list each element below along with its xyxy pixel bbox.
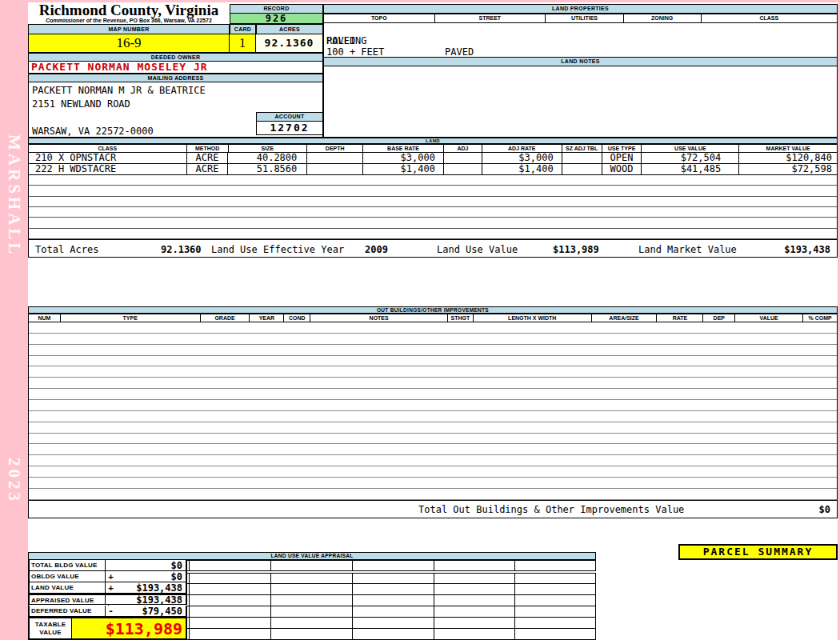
map-number-label: MAP NUMBER <box>28 24 230 34</box>
taxable-value-label: TAXABLE VALUE <box>30 618 72 638</box>
ps-op: - <box>106 606 116 616</box>
lua-cell <box>190 618 271 628</box>
ob-header-cell: NOTES <box>310 314 448 322</box>
ps-row-label: DEFERRED VALUE <box>30 606 106 616</box>
empty-row <box>29 378 837 389</box>
lua-cell <box>434 584 516 594</box>
ob-header-cell: VALUE <box>735 314 803 322</box>
account-label: ACCOUNT <box>256 112 323 122</box>
ps-op: + <box>106 582 116 593</box>
lua-cell <box>271 561 353 570</box>
empty-row <box>29 334 837 345</box>
ob-header-cell: YEAR <box>250 314 284 322</box>
ps-row-label: OBLDG VALUE <box>30 571 106 582</box>
empty-row <box>29 478 837 489</box>
parcel-summary-row: LAND VALUE +$193,438 <box>28 582 187 594</box>
land-use-value-label: Land Use Value <box>437 244 518 255</box>
map-number-value: 16-9 <box>28 34 230 53</box>
lua-cell <box>190 574 271 583</box>
account-value: 12702 <box>256 122 323 135</box>
parcel-summary-row: OBLDG VALUE +$0 <box>28 571 187 582</box>
mailing-line: PACKETT NORMAN M JR & BEATRICE <box>32 84 322 98</box>
land-cell-class: 210 X OPNSTACR <box>29 153 187 163</box>
lua-cell <box>434 561 516 570</box>
land-cell-use-value: $72,504 <box>642 153 739 163</box>
lua-cell <box>434 574 516 583</box>
lua-cell <box>190 629 271 639</box>
ob-total-label: Total Out Buildings & Other Improvements… <box>418 504 684 515</box>
land-cell-method: ACRE <box>187 164 229 174</box>
lua-cell <box>271 595 353 606</box>
land-header-cell: USE TYPE <box>602 145 642 152</box>
lua-cell <box>515 574 595 583</box>
ob-header-cell: RATE <box>657 314 703 322</box>
sidebar-year-vertical: 2023 <box>4 458 24 504</box>
land-cell-adj <box>444 153 482 163</box>
land-cell-class: 222 H WDSTACRE <box>29 164 187 174</box>
land-cell-base-rate: $3,000 <box>363 153 444 163</box>
ob-empty-rows <box>28 322 838 500</box>
lua-cell <box>515 606 595 617</box>
card-value: 1 <box>230 34 256 53</box>
land-market-value-label: Land Market Value <box>638 244 737 255</box>
lua-cell <box>190 584 271 594</box>
lua-cell <box>353 629 434 639</box>
empty-row <box>29 229 837 239</box>
land-header-cell: SIZE <box>229 145 308 152</box>
lua-cell <box>271 629 353 639</box>
empty-row <box>29 489 837 500</box>
empty-row <box>29 455 837 466</box>
sidebar-name-vertical: MARSHALL <box>4 134 24 257</box>
ob-header-cell: GRADE <box>201 314 250 322</box>
ps-amount: $79,450 <box>116 606 186 617</box>
empty-row <box>29 186 837 196</box>
parcel-summary-row: TOTAL BLDG VALUE $0 <box>28 560 187 571</box>
land-title: LAND <box>28 138 838 144</box>
land-cell-size: 40.2800 <box>228 153 307 163</box>
county-subtitle: Commissioner of the Revenue, PO Box 366,… <box>28 18 230 24</box>
mailing-address-label: MAILING ADDRESS <box>28 74 323 82</box>
empty-row <box>29 389 837 400</box>
land-cell-adj-rate: $1,400 <box>482 164 562 174</box>
land-use-appraisal-title: LAND USE VALUE APPRAISAL <box>28 552 596 560</box>
lua-cell <box>271 584 353 594</box>
ps-amount: $193,438 <box>116 582 186 594</box>
lua-cell <box>515 561 595 570</box>
land-properties-headers: TOPO STREET UTILITIES ZONING CLASS <box>323 14 838 23</box>
land-cell-method: ACRE <box>187 153 229 163</box>
page: { "county": { "title": "Richmond County,… <box>0 0 840 640</box>
lua-cell <box>353 574 434 583</box>
effective-year-value: 2009 <box>365 244 388 255</box>
total-acres-label: Total Acres <box>35 244 98 255</box>
land-cell-sz-adj <box>562 164 602 174</box>
land-cell-market-value: $72,598 <box>739 164 837 174</box>
empty-row <box>29 175 837 186</box>
land-cell-use-value: $41,485 <box>642 164 739 174</box>
land-properties-header-cell: STREET <box>435 14 546 22</box>
land-properties-header-cell: UTILITIES <box>546 14 624 22</box>
empty-row <box>29 218 837 228</box>
land-cell-adj <box>444 164 482 174</box>
lua-cell <box>434 606 516 617</box>
empty-row <box>29 400 837 411</box>
taxable-value-row: TAXABLE VALUE $113,989 <box>28 617 187 640</box>
land-cell-market-value: $120,840 <box>739 153 837 163</box>
empty-row <box>29 322 837 334</box>
ob-header-cell: NUM <box>29 314 61 322</box>
empty-row <box>29 422 837 434</box>
lua-cell <box>190 561 271 570</box>
acres-label: ACRES <box>256 24 323 34</box>
taxable-value-amount: $113,989 <box>72 618 186 638</box>
out-buildings-title: OUT BUILDINGS/OTHER IMPROVEMENTS <box>28 306 838 314</box>
empty-row <box>29 366 837 378</box>
parcel-summary-title: PARCEL SUMMARY <box>678 544 838 560</box>
topo-extra-line: PAVED <box>326 35 355 46</box>
ob-header-cell: % COMP <box>803 314 837 322</box>
ob-header-cell: TYPE <box>61 314 201 322</box>
land-header-cell: CLASS <box>29 145 187 152</box>
land-properties-values: ROLLING PAVED Electric A-1 5 PAVED 100 +… <box>323 23 838 58</box>
out-buildings-headers: NUM TYPE GRADE YEAR COND NOTES STHGT LEN… <box>28 314 838 322</box>
land-header-cell: DEPTH <box>307 145 363 152</box>
lua-cell <box>353 606 434 617</box>
ps-op: + <box>106 571 116 582</box>
